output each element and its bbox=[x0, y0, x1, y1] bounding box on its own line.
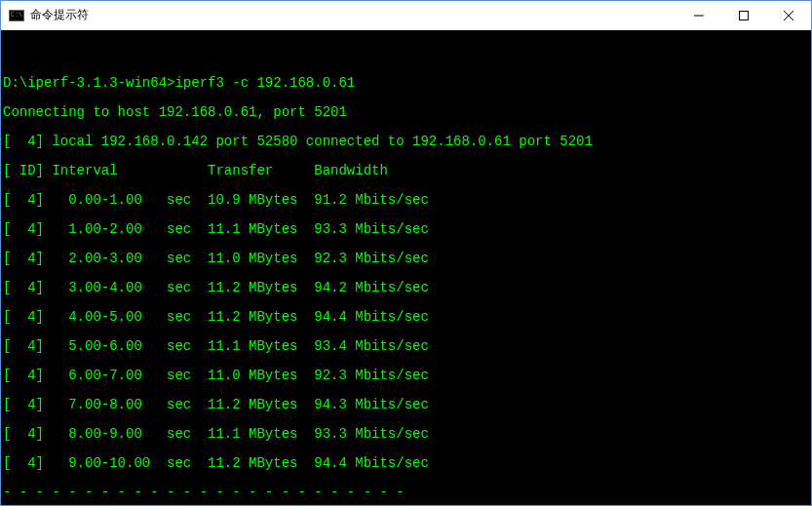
data-row: [ 4] 5.00-6.00 sec 11.1 MBytes 93.4 Mbit… bbox=[3, 339, 811, 354]
svg-rect-1 bbox=[740, 11, 749, 19]
data-row: [ 4] 3.00-4.00 sec 11.2 MBytes 94.2 Mbit… bbox=[3, 281, 811, 295]
prompt-line: D:\iperf-3.1.3-win64>iperf3 -c 192.168.0… bbox=[3, 76, 811, 91]
command-prompt-window: C:\ 命令提示符 D:\iperf-3.1.3-win64>iperf3 -c… bbox=[0, 0, 812, 506]
window-title: 命令提示符 bbox=[30, 7, 677, 23]
prompt-path: D:\iperf-3.1.3-win64> bbox=[3, 75, 174, 91]
data-row: [ 4] 7.00-8.00 sec 11.2 MBytes 94.3 Mbit… bbox=[3, 398, 811, 412]
maximize-button[interactable] bbox=[721, 1, 766, 29]
cmd-icon: C:\ bbox=[9, 10, 24, 21]
title-bar[interactable]: C:\ 命令提示符 bbox=[1, 1, 811, 30]
window-controls bbox=[677, 1, 811, 29]
data-row: [ 4] 2.00-3.00 sec 11.0 MBytes 92.3 Mbit… bbox=[3, 252, 811, 266]
close-button[interactable] bbox=[766, 1, 811, 29]
data-row: [ 4] 0.00-1.00 sec 10.9 MBytes 91.2 Mbit… bbox=[3, 193, 811, 208]
data-row: [ 4] 6.00-7.00 sec 11.0 MBytes 92.3 Mbit… bbox=[3, 369, 811, 383]
cmd-icon-label: C:\ bbox=[11, 12, 23, 19]
terminal-line bbox=[3, 47, 811, 61]
command-text: iperf3 -c 192.168.0.61 bbox=[174, 75, 355, 91]
data-row: [ 4] 1.00-2.00 sec 11.1 MBytes 93.3 Mbit… bbox=[3, 222, 811, 237]
divider-line: - - - - - - - - - - - - - - - - - - - - … bbox=[3, 486, 811, 500]
data-row: [ 4] 4.00-5.00 sec 11.2 MBytes 94.4 Mbit… bbox=[3, 310, 811, 325]
connecting-line: Connecting to host 192.168.0.61, port 52… bbox=[3, 105, 811, 120]
local-line: [ 4] local 192.168.0.142 port 52580 conn… bbox=[3, 135, 811, 149]
header-line: [ ID] Interval Transfer Bandwidth bbox=[3, 164, 811, 178]
data-row: [ 4] 9.00-10.00 sec 11.2 MBytes 94.4 Mbi… bbox=[3, 456, 811, 471]
minimize-button[interactable] bbox=[677, 1, 721, 29]
data-row: [ 4] 8.00-9.00 sec 11.1 MBytes 93.3 Mbit… bbox=[3, 427, 811, 442]
terminal-output[interactable]: D:\iperf-3.1.3-win64>iperf3 -c 192.168.0… bbox=[1, 30, 811, 505]
